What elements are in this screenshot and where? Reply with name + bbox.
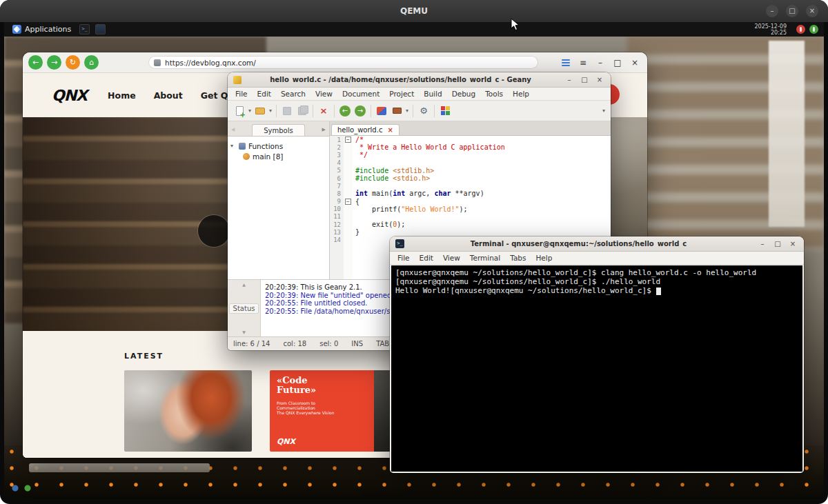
minimize-icon[interactable]: – — [757, 240, 768, 248]
article-title: «Code Future» — [277, 376, 316, 395]
window-buttons-icon[interactable] — [95, 24, 106, 34]
close-tab-icon[interactable]: × — [387, 126, 393, 134]
tree-label: Functions — [248, 142, 283, 150]
close-icon[interactable]: × — [806, 5, 818, 17]
home-icon[interactable]: ⌂ — [84, 55, 99, 70]
code-line: 10 printf("Hello World!"); — [330, 205, 611, 213]
menu-terminal[interactable]: Terminal — [465, 253, 505, 263]
line-number: 8 — [330, 190, 344, 197]
url-bar[interactable]: https://devblog.qnx.com/ — [148, 56, 538, 69]
back-icon[interactable]: ← — [28, 55, 43, 70]
reload-icon[interactable]: ↻ — [66, 55, 80, 70]
hero-overlay-button[interactable] — [198, 215, 230, 247]
tab-hello-world-c[interactable]: hello_world.c × — [331, 124, 400, 135]
menu-help[interactable]: Help — [508, 89, 534, 99]
menu-document[interactable]: Document — [337, 89, 384, 99]
symbols-tree-main[interactable]: main [8] — [230, 151, 326, 161]
open-file-icon[interactable] — [253, 103, 268, 119]
site-logo[interactable]: QNX — [52, 87, 87, 104]
menu-search[interactable]: Search — [276, 89, 310, 99]
expander-icon[interactable]: ▾ — [230, 143, 236, 149]
article-logo: QNX — [277, 437, 295, 446]
menu-tools[interactable]: Tools — [480, 89, 508, 99]
menu-tabs[interactable]: Tabs — [505, 253, 531, 263]
menu-file[interactable]: File — [393, 253, 415, 263]
toolbar-overflow-icon[interactable]: ▾ — [601, 108, 607, 114]
save-all-icon[interactable] — [295, 103, 310, 119]
close-icon[interactable]: × — [628, 56, 642, 70]
clock[interactable]: 2025-12-09 20:25 — [755, 23, 793, 36]
maximize-icon[interactable]: □ — [772, 240, 783, 248]
menu-file[interactable]: File — [230, 89, 253, 99]
minimize-icon[interactable]: – — [766, 5, 778, 17]
qemu-title: QEMU — [400, 6, 428, 16]
desktop-panel: Applications >_ 2025-12-09 20:25 — [4, 22, 824, 37]
line-number: 5 — [330, 167, 344, 174]
symbols-tree-functions[interactable]: ▾ Functions — [230, 141, 326, 151]
user-button[interactable] — [809, 25, 818, 34]
forward-icon[interactable]: → — [47, 55, 61, 70]
qemu-titlebar[interactable]: QEMU – □ × — [0, 0, 828, 22]
build-icon[interactable] — [389, 103, 404, 119]
save-icon[interactable] — [279, 103, 295, 119]
menu-view[interactable]: View — [310, 89, 337, 99]
guest-screen: Applications >_ 2025-12-09 20:25 ← — [4, 22, 824, 499]
color-chooser-icon[interactable] — [437, 103, 453, 119]
menu-help[interactable]: Help — [531, 253, 557, 263]
maximize-icon[interactable]: □ — [786, 5, 798, 17]
geany-titlebar[interactable]: hello_world.c - /data/home/qnxuser/solut… — [228, 72, 611, 88]
tab-scroll-left-icon[interactable]: ◀ — [229, 127, 237, 136]
compile-icon[interactable] — [374, 103, 389, 119]
tab-symbols[interactable]: Symbols — [252, 124, 304, 136]
tree-label: main [8] — [253, 152, 283, 161]
code-text: #include <stdlib.h> — [353, 167, 434, 174]
tab-status[interactable]: Status — [229, 303, 259, 314]
close-icon[interactable]: × — [594, 76, 605, 83]
code-line: 8int main(int argc, char **argv) — [330, 190, 611, 197]
wallpaper-pillar — [769, 41, 805, 227]
tab-scroll-right-icon[interactable]: ▶ — [320, 127, 328, 136]
menu-view[interactable]: View — [438, 253, 465, 263]
maximize-icon[interactable]: □ — [579, 76, 590, 83]
menu-icon[interactable]: ≡ — [576, 56, 590, 70]
minimize-icon[interactable]: – — [593, 56, 607, 70]
tabs-scroll-up-icon[interactable]: ▲ — [242, 282, 246, 287]
terminal-window: >_ Terminal - qnxuser@qnxqemu:~/solution… — [390, 236, 804, 473]
open-dropdown-icon[interactable]: ▾ — [268, 108, 273, 114]
code-text: #include <stdio.h> — [353, 174, 430, 182]
code-line: 2 * Write a Hello World C application — [330, 143, 611, 151]
fold-toggle-icon[interactable]: − — [345, 199, 351, 205]
terminal-titlebar[interactable]: >_ Terminal - qnxuser@qnxqemu:~/solution… — [390, 236, 804, 252]
menu-debug[interactable]: Debug — [447, 89, 481, 99]
navigate-forward-icon[interactable]: → — [353, 103, 368, 119]
close-document-icon[interactable]: × — [316, 103, 331, 119]
method-icon — [243, 153, 250, 160]
sidebar-tabs: ◀ Symbols ▶ — [228, 121, 329, 137]
fold-toggle-icon[interactable]: − — [345, 137, 351, 143]
maximize-icon[interactable]: □ — [611, 56, 624, 70]
terminal-screen[interactable]: [qnxuser@qnxqemu ~/solutions/hello_world… — [391, 265, 802, 472]
applications-menu-button[interactable]: Applications — [10, 25, 74, 34]
tabs-scroll-down-icon[interactable]: ▼ — [242, 330, 246, 334]
article-card-photo[interactable] — [124, 370, 252, 452]
navigate-back-icon[interactable]: ← — [337, 103, 353, 119]
build-dropdown-icon[interactable]: ▾ — [404, 108, 410, 114]
menu-project[interactable]: Project — [384, 89, 419, 99]
new-document-icon[interactable]: + — [232, 103, 247, 119]
terminal-launcher-icon[interactable]: >_ — [79, 24, 90, 34]
menu-edit[interactable]: Edit — [415, 253, 438, 263]
code-text: printf("Hello World!"); — [353, 205, 468, 213]
code-text: } — [353, 228, 359, 236]
minimize-icon[interactable]: – — [564, 76, 575, 83]
nav-link-home[interactable]: Home — [108, 90, 136, 101]
sidebar-toggle-icon[interactable] — [559, 56, 573, 70]
menu-build[interactable]: Build — [419, 89, 446, 99]
power-button[interactable] — [796, 25, 805, 34]
new-dropdown-icon[interactable]: ▾ — [247, 108, 253, 114]
browser-toolbar[interactable]: ← → ↻ ⌂ https://devblog.qnx.com/ ≡ – □ × — [23, 52, 647, 73]
menu-edit[interactable]: Edit — [253, 89, 276, 99]
execute-icon[interactable]: ⚙ — [416, 103, 431, 119]
close-icon[interactable]: × — [787, 240, 798, 248]
nav-link-about[interactable]: About — [154, 90, 183, 101]
article-caption: From Classroom to Commercialization The … — [277, 401, 346, 415]
